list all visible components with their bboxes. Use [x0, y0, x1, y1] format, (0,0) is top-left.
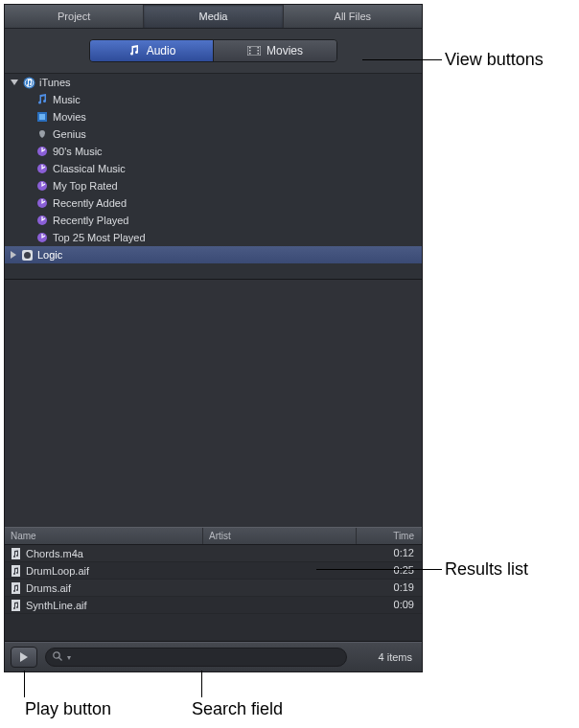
- column-header-name[interactable]: Name: [5, 528, 203, 544]
- search-input[interactable]: [75, 650, 340, 664]
- result-name: DrumLoop.aif: [26, 565, 89, 577]
- media-browser-panel: Project Media All Files Audio Movies: [4, 4, 423, 672]
- svg-line-24: [59, 658, 62, 661]
- tree-item-music[interactable]: Music: [5, 91, 422, 108]
- tree-item-recently-played[interactable]: Recently Played: [5, 212, 422, 229]
- view-button-audio-label: Audio: [147, 44, 176, 57]
- tree-item-movies[interactable]: Movies: [5, 108, 422, 125]
- tab-project[interactable]: Project: [5, 5, 144, 28]
- svg-rect-5: [257, 50, 259, 52]
- result-artist: [200, 545, 357, 561]
- view-segmented-control: Audio Movies: [89, 39, 337, 62]
- view-button-bar: Audio Movies: [5, 29, 422, 74]
- result-name: SynthLine.aif: [26, 600, 87, 611]
- tree-item-label: Logic: [37, 249, 62, 261]
- result-time: 0:09: [357, 597, 422, 613]
- result-artist: [200, 562, 357, 579]
- svg-rect-4: [257, 47, 259, 49]
- audio-file-icon: [9, 564, 22, 578]
- tree-item-label: My Top Rated: [53, 180, 118, 192]
- dropdown-caret-icon[interactable]: ▾: [67, 653, 71, 662]
- results-list[interactable]: Chords.m4a 0:12 DrumLoop.aif 0:25 Drums.…: [5, 545, 422, 614]
- top-tab-bar: Project Media All Files: [5, 5, 422, 29]
- tree-item-label: 90's Music: [53, 146, 103, 157]
- tree-item-label: Classical Music: [53, 163, 126, 174]
- tree-item-label: Recently Played: [53, 215, 129, 226]
- play-icon: [20, 652, 28, 662]
- logic-icon: [20, 248, 34, 262]
- tree-item-label: Recently Added: [53, 197, 127, 209]
- results-header: Name Artist Time: [5, 527, 422, 545]
- movies-icon: [35, 110, 49, 124]
- smartlist-icon: [35, 196, 49, 210]
- smartlist-icon: [35, 179, 49, 193]
- annotation-results-list: Results list: [445, 559, 528, 580]
- film-icon: [247, 44, 261, 57]
- tree-item-90s-music[interactable]: 90's Music: [5, 143, 422, 160]
- tab-media[interactable]: Media: [144, 5, 283, 28]
- audio-file-icon: [9, 581, 22, 595]
- smartlist-icon: [35, 214, 49, 227]
- result-artist: [200, 597, 357, 613]
- annotation-search-field: Search field: [192, 699, 283, 719]
- svg-rect-21: [12, 582, 20, 594]
- result-name: Chords.m4a: [26, 548, 83, 559]
- results-row[interactable]: DrumLoop.aif 0:25: [5, 562, 422, 580]
- results-row[interactable]: Chords.m4a 0:12: [5, 545, 422, 562]
- result-time: 0:12: [357, 545, 422, 561]
- item-count-label: 4 items: [355, 651, 416, 663]
- annotation-view-buttons: View buttons: [445, 50, 544, 70]
- tree-item-classical-music[interactable]: Classical Music: [5, 160, 422, 177]
- empty-area: [5, 280, 422, 527]
- search-icon: [52, 650, 63, 664]
- tree-item-genius[interactable]: Genius: [5, 125, 422, 143]
- search-field[interactable]: ▾: [45, 648, 347, 667]
- tree-item-label: Top 25 Most Played: [53, 232, 146, 243]
- svg-point-18: [24, 252, 31, 259]
- itunes-icon: [22, 76, 35, 89]
- tree-item-label: Music: [53, 94, 81, 105]
- smartlist-icon: [35, 162, 49, 175]
- tree-item-label: Movies: [53, 111, 86, 123]
- audio-file-icon: [9, 547, 22, 560]
- svg-rect-3: [249, 53, 251, 55]
- result-time: 0:25: [357, 562, 422, 579]
- audio-file-icon: [9, 599, 22, 612]
- smartlist-icon: [35, 231, 49, 244]
- results-row[interactable]: Drums.aif 0:19: [5, 580, 422, 597]
- view-button-audio[interactable]: Audio: [90, 40, 214, 61]
- annotation-play-button: Play button: [25, 699, 111, 719]
- tree-item-itunes[interactable]: iTunes: [5, 74, 422, 91]
- results-empty-space: [5, 614, 422, 642]
- tab-all-files[interactable]: All Files: [284, 5, 422, 28]
- svg-rect-1: [249, 47, 251, 49]
- music-note-icon: [127, 44, 141, 57]
- svg-rect-22: [12, 600, 20, 611]
- tree-item-label: iTunes: [39, 77, 71, 88]
- tree-item-logic[interactable]: Logic: [5, 246, 422, 263]
- view-button-movies-label: Movies: [266, 44, 303, 57]
- disclosure-triangle-icon[interactable]: [11, 80, 18, 85]
- tree-item-my-top-rated[interactable]: My Top Rated: [5, 177, 422, 194]
- genius-icon: [35, 127, 49, 141]
- footer-toolbar: ▾ 4 items: [5, 642, 422, 671]
- column-header-artist[interactable]: Artist: [203, 528, 357, 544]
- results-row[interactable]: SynthLine.aif 0:09: [5, 597, 422, 614]
- tree-item-top-25-most-played[interactable]: Top 25 Most Played: [5, 229, 422, 246]
- tree-item-label: Genius: [53, 128, 86, 140]
- svg-point-23: [54, 652, 59, 658]
- disclosure-triangle-icon[interactable]: [11, 251, 16, 259]
- svg-rect-6: [257, 53, 259, 55]
- svg-rect-20: [12, 565, 20, 577]
- result-name: Drums.aif: [26, 582, 71, 594]
- result-artist: [200, 580, 357, 596]
- column-header-time[interactable]: Time: [357, 528, 422, 544]
- play-button[interactable]: [11, 647, 37, 668]
- svg-rect-2: [249, 50, 251, 52]
- view-button-movies[interactable]: Movies: [214, 40, 336, 61]
- tree-item-recently-added[interactable]: Recently Added: [5, 194, 422, 212]
- svg-rect-10: [39, 114, 45, 120]
- source-tree[interactable]: iTunes Music Movies Genius 90's Music: [5, 74, 422, 280]
- svg-rect-19: [12, 548, 20, 559]
- music-icon: [35, 93, 49, 106]
